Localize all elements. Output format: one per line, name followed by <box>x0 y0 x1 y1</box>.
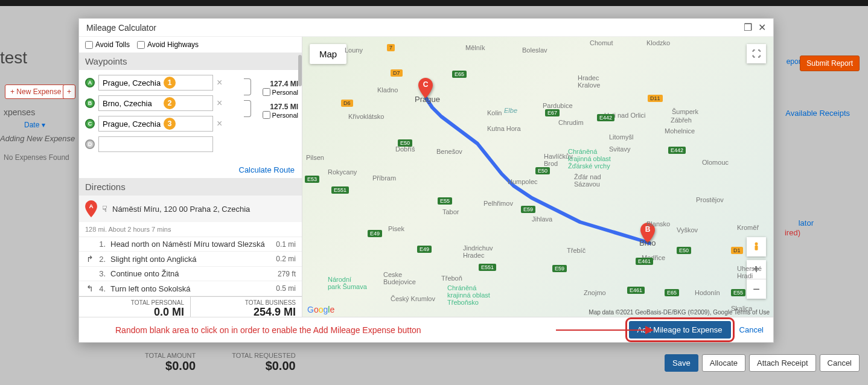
close-icon[interactable]: ✕ <box>758 22 766 33</box>
city-label: Svitavy <box>609 145 630 153</box>
directions-summary: 128 mi. About 2 hours 7 mins <box>79 222 302 237</box>
adding-expense-status: Adding New Expense <box>0 134 75 143</box>
calculate-route-link[interactable]: Calculate Route <box>79 162 302 178</box>
waypoint-marker-c: C <box>85 119 95 129</box>
segment-miles: 127.5 MI <box>263 103 298 111</box>
new-expense-button[interactable]: + New Expense <box>5 84 66 99</box>
city-label: Tabor <box>442 208 459 215</box>
cancel-button[interactable]: Cancel <box>820 354 860 372</box>
pin-a-icon: A <box>85 200 97 217</box>
total-personal-label: TOTAL PERSONAL <box>85 299 184 306</box>
city-label: Ceske Budejovice <box>383 271 416 285</box>
fullscreen-icon[interactable]: ⛶ <box>747 44 766 63</box>
direction-step: 1. Head north on Náměstí Míru toward Sle… <box>79 237 302 252</box>
date-column-header[interactable]: Date ▾ <box>24 121 45 129</box>
available-receipts-link[interactable]: Available Receipts <box>785 109 850 118</box>
city-label: Hodonín <box>695 289 720 296</box>
turn-left-icon: ↰ <box>85 284 95 293</box>
remove-waypoint-icon[interactable]: × <box>217 98 224 109</box>
allocate-button[interactable]: Allocate <box>702 354 745 372</box>
city-label: Prostějov <box>696 196 724 203</box>
cursor-icon: ☟ <box>102 204 107 214</box>
waypoint-input-b[interactable] <box>98 95 213 111</box>
remove-waypoint-icon[interactable]: × <box>217 77 224 88</box>
svg-point-1 <box>755 243 758 246</box>
direction-step: ↰ 4. Turn left onto Sokolská 0.5 mi <box>79 281 302 296</box>
city-label: Klodzko <box>646 39 670 46</box>
city-label: Litomyšl <box>609 133 633 141</box>
total-business-label: TOTAL BUSINESS <box>197 299 296 306</box>
direction-step: 3. Continue onto Žitná 279 ft <box>79 267 302 281</box>
river-label: Elbe <box>504 107 517 114</box>
route-panel: Avoid Tolls Avoid Highways Waypoints A ×… <box>79 37 302 317</box>
personal-checkbox[interactable]: Personal <box>263 88 298 96</box>
city-label: Šumperk <box>672 108 698 115</box>
map-attribution: Map data ©2021 GeoBasis-DE/BKG (©2009), … <box>589 309 770 316</box>
remove-waypoint-icon[interactable]: × <box>217 118 224 129</box>
city-label: Křivoklátsko <box>348 113 384 120</box>
city-label: Boleslav <box>522 46 547 54</box>
directions-steps: 1. Head north on Náměstí Míru toward Sle… <box>79 237 302 296</box>
cancel-link[interactable]: Cancel <box>739 325 764 334</box>
total-personal-value: 0.0 MI <box>85 306 184 317</box>
attach-receipt-button[interactable]: Attach Receipt <box>749 354 816 372</box>
total-business-value: 254.9 MI <box>197 306 296 317</box>
avoid-tolls-checkbox[interactable]: Avoid Tolls <box>85 40 130 49</box>
city-label: Louny <box>345 46 363 54</box>
turn-right-icon: ↱ <box>85 254 95 264</box>
total-requested-label: TOTAL REQUESTED <box>232 352 296 359</box>
add-button[interactable]: + <box>63 84 75 99</box>
total-amount-value: $0.00 <box>145 359 196 373</box>
city-label: Zábřeh <box>671 116 692 124</box>
waypoint-marker-b: B <box>85 98 95 108</box>
personal-checkbox[interactable]: Personal <box>263 111 298 119</box>
zoom-out-button[interactable]: − <box>747 279 766 299</box>
map-type-button[interactable]: Map <box>310 44 346 64</box>
city-label: Pardubice <box>543 102 573 109</box>
city-label: Kroměř <box>737 224 759 231</box>
city-label: Benešov <box>436 148 462 155</box>
svg-text:A: A <box>89 203 93 209</box>
city-label: Žďár nad Sázavou <box>574 173 601 188</box>
region-label: Chráněná krajinná oblast Žďárské vrchy <box>568 148 611 170</box>
pegman-icon[interactable] <box>747 237 766 256</box>
city-label: Třebíč <box>567 247 586 254</box>
region-label: Národní park Šumava <box>328 276 367 290</box>
city-label: Brno <box>639 238 656 247</box>
region-label: Chráněná krajinná oblast Třeboňsko <box>447 284 490 306</box>
city-label: Třeboň <box>441 275 462 282</box>
segment-miles: 127.4 MI <box>263 80 298 88</box>
city-label: Pisek <box>388 225 404 232</box>
svg-rect-2 <box>755 246 758 250</box>
city-label: Kolin <box>487 109 502 116</box>
waypoint-input-d[interactable] <box>98 136 213 152</box>
directions-header: Directions <box>79 178 302 196</box>
scrollbar[interactable] <box>298 55 302 86</box>
city-label: Olomouc <box>702 159 729 166</box>
waypoint-input-a[interactable] <box>98 75 213 91</box>
page-title: test <box>0 48 27 68</box>
expenses-heading: xpenses <box>4 107 35 117</box>
city-label: Znojmo <box>584 289 606 296</box>
mileage-calculator-dialog: Mileage Calculator ❐ ✕ Avoid Tolls Avoid… <box>78 18 774 343</box>
city-label: Vyškov <box>677 226 698 234</box>
city-label: Chomut <box>590 39 613 46</box>
map[interactable]: Map ⛶ + − C B Prague Brno Pilsen Louny <box>302 37 773 317</box>
no-expenses-label: No Expenses Found <box>4 153 69 162</box>
city-label: Blansko <box>646 220 670 228</box>
waypoint-marker-a: A <box>85 78 95 88</box>
annotation-arrow <box>556 329 653 331</box>
city-label: Jihlava <box>532 215 552 223</box>
city-label: Humpolec <box>508 178 538 185</box>
annotation-text: Random blank area to click on in order t… <box>115 325 421 335</box>
save-button[interactable]: Save <box>665 354 698 372</box>
waypoint-input-c[interactable] <box>98 116 213 132</box>
submit-report-button[interactable]: Submit Report <box>800 56 860 71</box>
avoid-highways-checkbox[interactable]: Avoid Highways <box>137 40 199 49</box>
city-label: Hradec Kralove <box>578 74 600 89</box>
total-amount-label: TOTAL AMOUNT <box>145 352 196 359</box>
city-label: Mělník <box>465 44 485 51</box>
maximize-icon[interactable]: ❐ <box>744 22 752 33</box>
google-logo: Google <box>307 305 334 314</box>
dialog-title: Mileage Calculator <box>86 23 156 33</box>
